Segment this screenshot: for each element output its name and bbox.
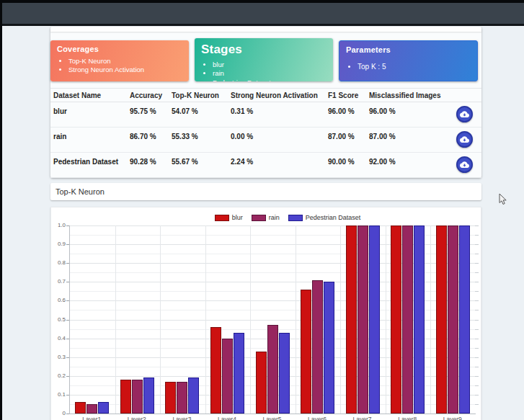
right-axis-tick [475,348,479,349]
topk-neuron-chart-card: blurrainPedestrian Dataset 00.10.20.30.4… [50,207,481,420]
section-header-topk-neuron[interactable]: Top-K Neuron [50,183,481,200]
legend-item[interactable]: blur [215,214,243,221]
value-cell: 54.07 % [169,107,228,115]
card-list-item: Strong Neuron Activation [68,66,182,74]
bar-rain-layer9[interactable] [448,225,458,414]
right-axis-tick [475,272,479,273]
card-list-item: Top-K Neuron [68,57,182,66]
column-header: Strong Neuron Activation [228,91,325,99]
value-cell: 0.00 % [228,133,325,140]
parameters-card-list: Top K : 5 [358,62,471,71]
x-axis-tick-label: Layer3 [159,416,205,420]
y-axis-tick [66,357,69,358]
dataset-name-cell: blur [50,107,127,115]
y-axis-tick-label: 0.4 [53,336,66,341]
bar-pedestrian-dataset-layer8[interactable] [414,225,425,414]
x-axis-tick-label: Layer5 [249,416,295,420]
right-axis-tick [475,339,479,339]
bar-blur-layer2[interactable] [120,380,131,414]
value-cell: 55.67 % [169,158,228,166]
y-axis-tick-label: 0.7 [53,279,66,285]
bar-pedestrian-dataset-layer5[interactable] [279,333,290,414]
bar-rain-layer1[interactable] [86,404,97,414]
y-axis-tick [66,376,69,377]
right-axis-tick [475,291,479,292]
chart-legend: blurrainPedestrian Dataset [73,214,502,221]
legend-item[interactable]: Pedestrian Dataset [288,214,361,221]
bar-blur-layer5[interactable] [256,352,267,414]
right-axis-tick [475,357,479,358]
bar-rain-layer5[interactable] [267,325,278,414]
parameters-card-title: Parameters [346,45,471,54]
x-axis-tick-label: Layer2 [114,416,159,420]
bar-blur-layer3[interactable] [165,382,176,414]
right-axis-tick [475,385,479,386]
bar-blur-layer4[interactable] [210,327,221,414]
download-button[interactable] [456,131,473,148]
bar-blur-layer6[interactable] [301,290,311,414]
results-table: Dataset NameAccuracyTop-K NeuronStrong N… [50,88,481,178]
value-cell: 86.70 % [127,133,169,140]
value-cell: 96.00 % [325,107,366,115]
x-axis-tick-label: Layer6 [295,416,340,420]
bar-pedestrian-dataset-layer7[interactable] [369,225,380,414]
y-axis-tick [66,244,69,245]
bar-pedestrian-dataset-layer9[interactable] [459,225,470,414]
y-axis-tick [66,282,69,282]
right-axis-tick [475,404,479,405]
legend-label: blur [232,214,243,221]
bar-blur-layer9[interactable] [436,225,447,414]
bar-pedestrian-dataset-layer6[interactable] [324,282,334,414]
right-axis-tick [475,329,479,330]
download-button[interactable] [456,106,473,122]
column-header: Dataset Name [50,91,127,99]
panel-top-strip [50,27,481,32]
gridline-vertical [296,225,296,414]
bar-rain-layer4[interactable] [222,339,233,414]
bar-pedestrian-dataset-layer3[interactable] [188,377,199,414]
x-axis-tick-label: Layer1 [69,416,115,420]
download-button[interactable] [456,156,473,173]
y-axis-tick-label: 0 [53,411,66,416]
y-axis-tick-label: 0.9 [53,241,66,247]
y-axis-tick-label: 0.1 [53,392,66,398]
value-cell: 2.24 % [228,158,325,166]
y-axis-tick-label: 0.8 [53,260,66,266]
right-axis-tick [475,225,479,226]
y-axis-tick-label: 0.3 [53,354,66,360]
legend-swatch [288,215,303,221]
bar-blur-layer8[interactable] [391,225,401,414]
bar-rain-layer7[interactable] [358,225,368,414]
value-cell: 0.31 % [228,107,325,115]
y-axis-tick [66,395,69,396]
value-cell: 90.28 % [127,158,169,166]
table-row: blur95.75 %54.07 %0.31 %96.00 %96.00 % [50,102,481,128]
dataset-name-cell: rain [50,133,127,140]
column-header: F1 Score [325,91,366,99]
right-axis-tick [475,310,479,310]
bar-rain-layer8[interactable] [402,225,413,414]
bar-blur-layer1[interactable] [75,402,86,414]
y-axis-tick-label: 0.5 [53,317,66,323]
y-axis-tick [66,225,69,226]
bar-pedestrian-dataset-layer1[interactable] [98,402,109,414]
cloud-download-icon [460,161,469,169]
right-axis-tick [475,395,479,396]
bar-blur-layer7[interactable] [346,225,357,414]
value-cell: 87.00 % [325,133,366,140]
window-left-edge [0,0,2,420]
table-row: Pedestrian Dataset90.28 %55.67 %2.24 %90… [50,153,481,178]
stages-card-list: blurrainPedestrian Dataset [213,61,327,81]
bar-pedestrian-dataset-layer2[interactable] [143,377,154,414]
bar-rain-layer3[interactable] [177,382,187,414]
legend-item[interactable]: rain [252,214,280,221]
right-axis-tick [475,376,479,377]
bar-pedestrian-dataset-layer4[interactable] [234,333,244,414]
bar-rain-layer2[interactable] [132,380,143,414]
value-cell: 95.75 % [127,107,169,115]
right-axis-tick [475,263,479,264]
gridline-vertical [386,225,386,414]
coverages-card-list: Top-K NeuronStrong Neuron Activation [68,57,182,75]
bar-rain-layer6[interactable] [312,280,323,414]
value-cell: 96.00 % [366,107,447,115]
